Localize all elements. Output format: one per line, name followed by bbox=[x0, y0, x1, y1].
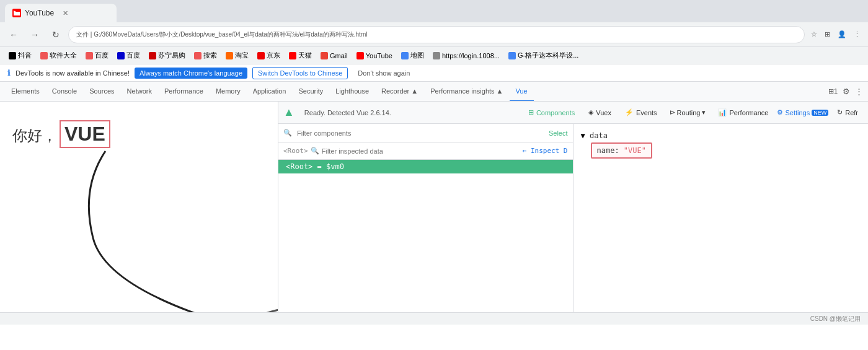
forward-button[interactable]: → bbox=[26, 26, 43, 43]
vue-label-box: VUE bbox=[60, 120, 110, 148]
tab-performance[interactable]: Performance bbox=[158, 82, 210, 102]
tree-filter-input[interactable] bbox=[297, 129, 544, 137]
settings-nav-btn[interactable]: ⚙ Settings NEW bbox=[777, 108, 828, 116]
dismiss-button[interactable]: Don't show again bbox=[353, 68, 415, 79]
refresh-icon: ↻ bbox=[837, 108, 843, 116]
bookmark-baidu1[interactable]: 百度 bbox=[82, 50, 112, 61]
components-icon: ⊞ bbox=[528, 108, 534, 116]
menu-icon[interactable]: ⋮ bbox=[851, 29, 863, 40]
inspect-link[interactable]: ← Inspect D bbox=[523, 147, 568, 155]
tab-lighthouse[interactable]: Lighthouse bbox=[329, 82, 375, 102]
bookmark-label: Gmail bbox=[330, 52, 348, 59]
bookmark-icon bbox=[321, 52, 328, 59]
vue-tree-pane: 🔍 Select <Root> 🔍 ← Inspect D <Root> = $… bbox=[278, 124, 574, 312]
root-breadcrumb: <Root> 🔍 ← Inspect D bbox=[278, 142, 573, 160]
bookmark-icon bbox=[289, 52, 296, 59]
vuex-nav-btn[interactable]: ◈ Vuex bbox=[583, 107, 616, 118]
bookmark-search[interactable]: 搜索 bbox=[190, 50, 221, 61]
more-options-icon[interactable]: ⋮ bbox=[855, 87, 863, 96]
bookmark-software[interactable]: 软件大全 bbox=[37, 50, 81, 61]
browser-actions: ☆ ⊞ 👤 ⋮ bbox=[808, 29, 863, 40]
data-tree: ▼ data name: "VUE" bbox=[578, 129, 864, 161]
tab-elements[interactable]: Elements bbox=[5, 82, 46, 102]
tab-console[interactable]: Console bbox=[46, 82, 83, 102]
match-language-button[interactable]: Always match Chrome's language bbox=[135, 68, 247, 79]
bookmark-gmail[interactable]: Gmail bbox=[317, 51, 352, 61]
bookmark-login[interactable]: https://login.1008... bbox=[429, 51, 503, 61]
annotation-arrow bbox=[43, 139, 260, 312]
tab-security[interactable]: Security bbox=[292, 82, 329, 102]
bookmark-douyin[interactable]: 抖音 bbox=[5, 50, 35, 61]
annotation-container: 第二种写法也可以正常使用 bbox=[242, 294, 278, 312]
bookmark-icon bbox=[257, 52, 265, 59]
data-label: data bbox=[590, 131, 608, 140]
performance-nav-btn[interactable]: 📊 Performance bbox=[713, 107, 773, 118]
tab-favicon bbox=[12, 9, 21, 17]
address-text: 文件 | G:/360MoveData/Users/静小文/Desktop/vu… bbox=[76, 30, 367, 39]
bookmark-icon bbox=[433, 52, 440, 59]
vue-status-text: Ready. Detected Vue 2.6.14. bbox=[304, 109, 391, 116]
bookmark-label: 京东 bbox=[267, 51, 280, 60]
bookmark-g[interactable]: G-格子达本科毕设... bbox=[505, 50, 582, 61]
bookmark-icon bbox=[194, 52, 202, 59]
tab-bar: YouTube ✕ bbox=[0, 0, 868, 22]
data-properties: name: "VUE" bbox=[591, 142, 861, 159]
devtools-notification-bar: ℹ DevTools is now available in Chinese! … bbox=[0, 64, 868, 82]
tab-badge: ⊞1 bbox=[828, 87, 838, 95]
oval-svg bbox=[242, 294, 278, 312]
bookmark-label: 百度 bbox=[126, 51, 140, 60]
bookmark-star-icon[interactable]: ☆ bbox=[808, 29, 820, 40]
bookmark-icon bbox=[117, 52, 125, 59]
bookmark-taobao[interactable]: 淘宝 bbox=[222, 50, 252, 61]
tree-selected-item[interactable]: <Root> = $vm0 bbox=[278, 160, 573, 173]
extensions-icon[interactable]: ⊞ bbox=[822, 29, 833, 40]
bookmark-baidu2[interactable]: 百度 bbox=[113, 50, 144, 61]
tab-close-btn[interactable]: ✕ bbox=[63, 9, 68, 17]
bookmark-icon bbox=[356, 52, 364, 59]
name-value: "VUE" bbox=[624, 146, 646, 155]
hello-text: 你好， bbox=[12, 126, 57, 146]
bookmark-label: 苏宁易购 bbox=[158, 51, 185, 60]
bookmark-icon bbox=[86, 52, 93, 59]
data-filter-input[interactable] bbox=[322, 147, 520, 155]
info-icon: ℹ bbox=[7, 68, 11, 77]
tab-application[interactable]: Application bbox=[247, 82, 293, 102]
bookmark-youtube[interactable]: YouTube bbox=[353, 51, 396, 61]
address-input[interactable]: 文件 | G:/360MoveData/Users/静小文/Desktop/vu… bbox=[68, 26, 805, 43]
tab-performance-insights[interactable]: Performance insights ▲ bbox=[424, 82, 509, 102]
browser-chrome: YouTube ✕ ← → ↻ 文件 | G:/360MoveData/User… bbox=[0, 0, 868, 102]
bookmark-icon bbox=[401, 52, 409, 59]
events-icon: ⚡ bbox=[625, 108, 634, 116]
components-nav-btn[interactable]: ⊞ Components bbox=[523, 107, 580, 118]
profile-icon[interactable]: 👤 bbox=[835, 29, 849, 40]
bookmark-tianmao[interactable]: 天猫 bbox=[285, 50, 316, 61]
events-nav-btn[interactable]: ⚡ Events bbox=[620, 107, 662, 118]
bookmarks-bar: 抖音 软件大全 百度 百度 苏宁易购 搜索 淘宝 京东 bbox=[0, 47, 868, 64]
bookmark-suning[interactable]: 苏宁易购 bbox=[145, 50, 189, 61]
tab-memory[interactable]: Memory bbox=[210, 82, 247, 102]
active-tab[interactable]: YouTube ✕ bbox=[5, 4, 117, 22]
switch-devtools-button[interactable]: Switch DevTools to Chinese bbox=[252, 67, 348, 79]
back-button[interactable]: ← bbox=[5, 26, 22, 43]
bookmark-label: 天猫 bbox=[298, 51, 312, 60]
tab-sources[interactable]: Sources bbox=[83, 82, 120, 102]
bookmark-label: 百度 bbox=[95, 51, 108, 60]
page-content: 你好， VUE 第二种写法也可以正常使用 bbox=[0, 102, 278, 312]
vue-data-pane: ▼ data name: "VUE" bbox=[574, 124, 869, 312]
tab-recorder[interactable]: Recorder ▲ bbox=[375, 82, 424, 102]
bookmark-icon bbox=[226, 52, 233, 59]
search-in-tree-icon[interactable]: 🔍 bbox=[311, 147, 319, 155]
bookmark-jd[interactable]: 京东 bbox=[254, 50, 284, 61]
routing-nav-btn[interactable]: ⊳ Routing ▾ bbox=[666, 107, 710, 118]
bookmark-label: G-格子达本科毕设... bbox=[518, 51, 578, 60]
refresh-nav-btn[interactable]: ↻ Refr bbox=[832, 107, 863, 118]
select-button[interactable]: Select bbox=[549, 129, 568, 137]
bookmark-icon bbox=[149, 52, 156, 59]
bookmark-map[interactable]: 地图 bbox=[397, 50, 428, 61]
tab-vue[interactable]: Vue bbox=[510, 82, 534, 102]
bookmark-label: 抖音 bbox=[18, 51, 32, 60]
svg-point-3 bbox=[245, 297, 278, 312]
settings-gear-icon[interactable]: ⚙ bbox=[843, 87, 850, 96]
tab-network[interactable]: Network bbox=[121, 82, 158, 102]
reload-button[interactable]: ↻ bbox=[47, 26, 64, 43]
